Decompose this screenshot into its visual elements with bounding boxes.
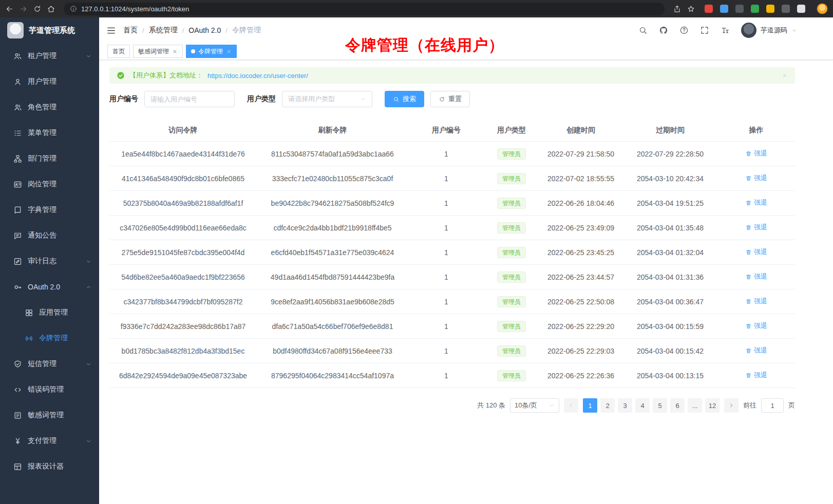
extension-icon[interactable]: [705, 5, 713, 13]
action-label: 强退: [754, 198, 767, 207]
extension-icon[interactable]: [797, 5, 805, 13]
sidebar-item-role[interactable]: 角色管理: [0, 94, 99, 120]
sidebar-item-sms[interactable]: 短信管理: [0, 351, 99, 377]
sidebar-item-menu[interactable]: 菜单管理: [0, 120, 99, 146]
cell-expires: 2054-03-10 20:42:34: [623, 175, 717, 183]
goto-page-input[interactable]: [761, 398, 784, 413]
force-logout-button[interactable]: 强退: [745, 272, 767, 281]
cell-expires: 2054-03-04 00:15:59: [623, 322, 717, 331]
sidebar-item-label: 敏感词管理: [28, 411, 64, 420]
cell-actions: 强退: [717, 321, 795, 331]
annotation-text: 令牌管理（在线用户）: [345, 35, 504, 56]
user-type-badge: 管理员: [497, 370, 526, 381]
sidebar-item-token[interactable]: 令牌管理: [0, 325, 99, 351]
sidebar-item-notice[interactable]: 通知公告: [0, 223, 99, 248]
sidebar-item-user[interactable]: 用户管理: [0, 69, 99, 94]
next-page-button[interactable]: [724, 398, 739, 413]
tab-token[interactable]: 令牌管理: [186, 45, 237, 58]
close-icon[interactable]: [226, 49, 232, 54]
breadcrumb-separator: /: [225, 27, 228, 34]
sidebar-item-dict[interactable]: 字典管理: [0, 197, 99, 223]
page-button[interactable]: 6: [670, 398, 685, 413]
extension-icon[interactable]: [766, 5, 774, 13]
page-size-select[interactable]: 10条/页: [510, 398, 559, 413]
sidebar-item-app[interactable]: 应用管理: [0, 300, 99, 325]
fullscreen-icon[interactable]: [700, 26, 709, 35]
sidebar-item-dept[interactable]: 部门管理: [0, 146, 99, 171]
prev-page-button[interactable]: [564, 398, 578, 413]
page-button[interactable]: 4: [635, 398, 650, 413]
force-logout-button[interactable]: 强退: [745, 297, 767, 306]
user-menu[interactable]: 芋道源码: [741, 23, 797, 38]
force-logout-button[interactable]: 强退: [745, 247, 767, 257]
sidebar-item-pay[interactable]: 支付管理: [0, 428, 99, 454]
sidebar-item-report[interactable]: 报表设计器: [0, 454, 99, 479]
page-button[interactable]: 3: [618, 398, 632, 413]
cell-user-type: 管理员: [484, 198, 539, 209]
user-type-badge: 管理员: [497, 345, 526, 357]
page-button[interactable]: 5: [653, 398, 667, 413]
sidebar-item-label: 菜单管理: [28, 128, 56, 138]
cell-actions: 强退: [717, 346, 795, 356]
url-text[interactable]: 127.0.0.1:1024/system/oauth2/token: [81, 5, 189, 13]
force-logout-button[interactable]: 强退: [745, 223, 767, 232]
menu-icon: [13, 129, 22, 138]
browser-profile-avatar[interactable]: [817, 3, 828, 14]
breadcrumb-item[interactable]: 系统管理: [149, 26, 178, 35]
user-type-badge: 管理员: [497, 222, 526, 234]
app-logo[interactable]: 芋道管理系统: [0, 17, 99, 43]
trash-icon: [745, 249, 752, 256]
doc-link[interactable]: https://doc.iocoder.cn/user-center/: [207, 72, 308, 80]
github-icon[interactable]: [659, 26, 668, 35]
cell-created: 2022-06-25 23:49:09: [539, 224, 623, 232]
sidebar-item-errcode[interactable]: 错误码管理: [0, 377, 99, 402]
user-type-badge: 管理员: [497, 272, 526, 283]
extension-icon[interactable]: [782, 5, 790, 13]
cell-created: 2022-06-25 23:45:25: [539, 248, 623, 257]
breadcrumb-item[interactable]: OAuth 2.0: [188, 26, 221, 34]
font-size-icon[interactable]: [721, 26, 730, 35]
browser-forward-icon[interactable]: [19, 5, 28, 13]
user-id-input[interactable]: [144, 91, 235, 107]
alert-close-icon[interactable]: [782, 72, 788, 79]
sidebar-item-tenant[interactable]: 租户管理: [0, 43, 99, 69]
breadcrumb-item[interactable]: 首页: [123, 26, 138, 35]
tab-sensitive-word[interactable]: 敏感词管理: [133, 45, 183, 58]
browser-back-icon[interactable]: [5, 5, 14, 13]
filter-form: 用户编号 用户类型 请选择用户类型 搜索 重置: [109, 91, 795, 107]
extension-icon[interactable]: [720, 5, 728, 13]
extension-icon[interactable]: [751, 5, 759, 13]
force-logout-button[interactable]: 强退: [745, 173, 767, 183]
browser-home-icon[interactable]: [47, 5, 55, 13]
bookmark-star-icon[interactable]: [687, 5, 695, 13]
search-icon[interactable]: [638, 26, 648, 35]
cell-expires: 2022-07-29 22:28:50: [623, 150, 717, 158]
force-logout-button[interactable]: 强退: [745, 149, 767, 158]
search-button[interactable]: 搜索: [385, 91, 424, 107]
page-button[interactable]: 1: [583, 398, 597, 413]
force-logout-button[interactable]: 强退: [745, 346, 767, 355]
sidebar-item-sensitive[interactable]: 敏感词管理: [0, 402, 99, 428]
site-info-icon[interactable]: [70, 5, 77, 12]
help-icon[interactable]: [679, 26, 689, 35]
sidebar-item-oauth[interactable]: OAuth 2.0: [0, 274, 99, 300]
page-button[interactable]: 2: [600, 398, 615, 413]
extension-icon[interactable]: [735, 5, 744, 13]
address-bar[interactable]: 127.0.0.1:1024/system/oauth2/token: [64, 3, 665, 15]
browser-reload-icon[interactable]: [33, 5, 42, 13]
close-icon[interactable]: [172, 49, 178, 54]
force-logout-button[interactable]: 强退: [745, 198, 767, 207]
sidebar-item-post[interactable]: 岗位管理: [0, 171, 99, 197]
sidebar-item-log[interactable]: 审计日志: [0, 248, 99, 274]
user-type-select[interactable]: 请选择用户类型: [282, 91, 372, 107]
reset-button[interactable]: 重置: [430, 91, 470, 107]
share-icon[interactable]: [673, 5, 681, 13]
force-logout-button[interactable]: 强退: [745, 371, 767, 380]
hamburger-icon[interactable]: [106, 26, 116, 35]
force-logout-button[interactable]: 强退: [745, 321, 767, 331]
chevron-down-icon: [85, 361, 92, 367]
sensitive-icon: [13, 411, 22, 420]
tab-home[interactable]: 首页: [107, 45, 130, 58]
page-button[interactable]: 12: [705, 398, 720, 413]
cell-access: 41c41346a548490f9dc8b01c6bfe0865: [109, 175, 257, 183]
